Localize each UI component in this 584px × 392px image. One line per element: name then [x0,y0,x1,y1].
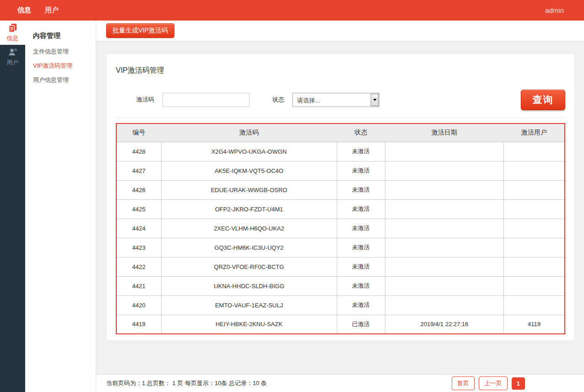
pagination-footer: 当前页码为：1 总页数： 1 页 每页显示：10条 总记录：10 条 首页 上一… [96,374,584,392]
table-cell: 4426 [116,180,161,199]
divider [116,118,565,118]
table-cell [504,180,565,199]
table-cell [385,295,504,315]
table-cell: 4427 [116,161,161,180]
chevron-down-icon [373,99,377,101]
rail-item-label: 信息 [7,34,19,43]
code-label: 激活码 [136,96,154,104]
table-cell: GQ3C-HM6K-IC3U-UQY2 [161,238,337,257]
icon-rail: 信息 用户 [0,21,25,392]
pager: 首页 上一页 1 [452,376,525,390]
table-row: 4426EDUE-URAK-WWGB-OSRO未激活 [116,180,565,199]
table-cell: AK5E-IQKM-VQT5-OC4O [161,161,337,180]
table-row: 4423GQ3C-HM6K-IC3U-UQY2未激活 [116,238,565,257]
table-cell: 未激活 [337,161,385,180]
table-cell: OFP2-JKRO-FZDT-U4M1 [161,199,337,219]
table-cell [504,142,565,161]
table-row: 4420EMTO-VAUF-1EAZ-SULJ未激活 [116,295,565,315]
table-cell: 已激活 [337,315,385,334]
column-header: 激活码 [161,124,337,142]
table-cell [385,257,504,276]
table-cell: 未激活 [337,199,385,219]
topbar-menu: 信息 用户 [0,6,59,15]
table-cell: 未激活 [337,238,385,257]
table-cell: 4422 [116,257,161,276]
table-cell [385,276,504,295]
table-cell: 2XEC-VLHM-H6QO-UKA2 [161,219,337,238]
table-cell: 未激活 [337,257,385,276]
submenu-item-2[interactable]: 用户信息管理 [33,76,96,84]
topbar: 信息 用户 admin [0,0,584,21]
table-row: 4422QRZ0-VFOE-RF0C-BCTG未激活 [116,257,565,276]
table-cell: EMTO-VAUF-1EAZ-SULJ [161,295,337,315]
column-header: 激活日期 [385,124,504,142]
table-row: 4427AK5E-IQKM-VQT5-OC4O未激活 [116,161,565,180]
rail-item-info[interactable]: 信息 [0,21,25,45]
rail-item-user[interactable]: 用户 [0,45,25,69]
submenu-list: 文件信息管理VIP激活码管理用户信息管理 [33,48,96,84]
table-cell: 4419 [116,315,161,334]
table-cell: UKNA-HHDC-SLDH-BIGG [161,276,337,295]
table-cell [385,219,504,238]
vip-code-panel: VIP激活码管理 激活码 状态 请选择... 查询 [106,54,575,341]
table-cell [504,199,565,219]
table-header-row: 编号激活码状态激活日期激活用户 [116,124,565,142]
table-row: 44242XEC-VLHM-H6QO-UKA2未激活 [116,219,565,238]
filter-row: 激活码 状态 请选择... 查询 [116,89,565,110]
table-cell: 4425 [116,199,161,219]
submenu-item-0[interactable]: 文件信息管理 [33,48,96,56]
table-cell: 2019/4/1 22:27:16 [385,315,504,334]
table-cell: 未激活 [337,295,385,315]
table-cell: 4424 [116,219,161,238]
table-cell [504,257,565,276]
page-title: VIP激活码管理 [116,54,565,75]
topbar-item-user[interactable]: 用户 [45,6,59,15]
status-select-value: 请选择... [297,97,320,105]
page-1-button[interactable]: 1 [512,377,525,390]
message-icon [8,23,18,33]
table-body: 4428X2G4-WPVO-UKGA-OWGN未激活4427AK5E-IQKM-… [116,142,565,334]
table-cell: X2G4-WPVO-UKGA-OWGN [161,142,337,161]
first-page-button[interactable]: 首页 [452,376,475,390]
select-dropdown-button[interactable] [371,94,379,106]
table-row: 4428X2G4-WPVO-UKGA-OWGN未激活 [116,142,565,161]
topbar-item-info[interactable]: 信息 [17,6,31,15]
table-cell [385,180,504,199]
activation-code-table: 编号激活码状态激活日期激活用户 4428X2G4-WPVO-UKGA-OWGN未… [116,123,565,334]
table-cell: 未激活 [337,180,385,199]
table-cell [504,238,565,257]
table-cell: 未激活 [337,276,385,295]
table-cell: 4421 [116,276,161,295]
search-button[interactable]: 查询 [521,90,565,110]
status-label: 状态 [272,96,284,104]
table-cell: EDUE-URAK-WWGB-OSRO [161,180,337,199]
table-cell [504,295,565,315]
table-cell: 4119 [504,315,565,334]
table-cell: 4420 [116,295,161,315]
table-cell [385,199,504,219]
submenu-item-1[interactable]: VIP激活码管理 [33,62,96,70]
table-cell: 未激活 [337,219,385,238]
logged-in-user[interactable]: admin [545,6,564,14]
table-cell: HEIY-HBKE-2KNU-SAZK [161,315,337,334]
toolbar: 批量生成VIP激活码 [96,21,584,41]
code-input[interactable] [162,93,249,107]
user-icon [8,47,18,57]
main-area: 批量生成VIP激活码 VIP激活码管理 激活码 状态 请选择... 查询 [96,21,584,392]
content-area: VIP激活码管理 激活码 状态 请选择... 查询 [96,41,584,341]
status-select[interactable]: 请选择... [292,93,379,107]
batch-generate-button[interactable]: 批量生成VIP激活码 [106,23,174,38]
column-header: 激活用户 [504,124,565,142]
table-cell: 未激活 [337,142,385,161]
prev-page-button[interactable]: 上一页 [479,376,508,390]
submenu-panel: 内容管理 文件信息管理VIP激活码管理用户信息管理 [25,21,96,392]
rail-item-label: 用户 [7,59,19,67]
table-row: 4419HEIY-HBKE-2KNU-SAZK已激活2019/4/1 22:27… [116,315,565,334]
table-cell [385,142,504,161]
table-cell: QRZ0-VFOE-RF0C-BCTG [161,257,337,276]
column-header: 状态 [337,124,385,142]
table-cell [504,276,565,295]
column-header: 编号 [116,124,161,142]
table-row: 4425OFP2-JKRO-FZDT-U4M1未激活 [116,199,565,219]
table-cell [504,219,565,238]
